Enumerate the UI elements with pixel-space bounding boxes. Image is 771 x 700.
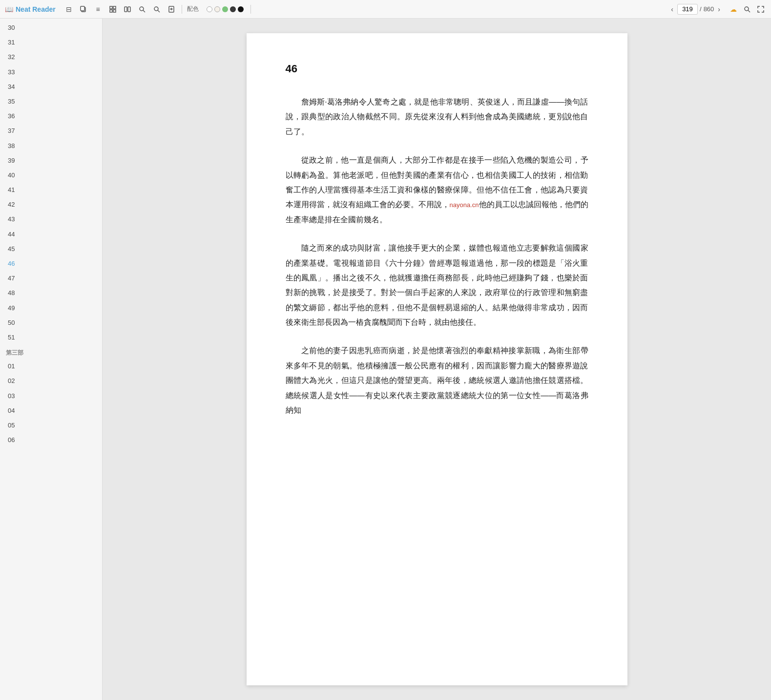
color-label: 配色 — [187, 5, 199, 13]
sidebar-item-43[interactable]: 43 — [0, 212, 102, 227]
sidebar-item-32[interactable]: 32 — [0, 50, 102, 64]
grid-icon[interactable] — [107, 4, 118, 15]
sidebar-item-s05[interactable]: 05 — [0, 418, 102, 433]
sidebar-item-33[interactable]: 33 — [0, 65, 102, 80]
sidebar-item-45[interactable]: 45 — [0, 242, 102, 256]
section-header: 第三部 — [0, 345, 102, 359]
svg-point-10 — [154, 7, 158, 11]
paragraph-1: 詹姆斯·葛洛弗納令人驚奇之處，就是他非常聰明、英俊迷人，而且謙虛——換句話說，跟… — [286, 95, 588, 139]
sidebar-item-30[interactable]: 30 — [0, 21, 102, 35]
layout-icon[interactable] — [122, 4, 133, 15]
svg-rect-5 — [113, 10, 116, 12]
svg-rect-6 — [125, 7, 127, 12]
reading-area[interactable]: 46 詹姆斯·葛洛弗納令人驚奇之處，就是他非常聰明、英俊迷人，而且謙虛——換句話… — [103, 19, 771, 700]
separator-2 — [250, 5, 251, 14]
sidebar-item-31[interactable]: 31 — [0, 35, 102, 50]
paragraph-2: 從政之前，他一直是個商人，大部分工作都是在接手一些陷入危機的製造公司，予以轉虧為… — [286, 153, 588, 227]
page-next-button[interactable]: › — [716, 4, 722, 14]
sidebar-item-34[interactable]: 34 — [0, 80, 102, 94]
svg-rect-3 — [113, 6, 116, 9]
color-cream[interactable] — [214, 6, 220, 12]
page-total: 860 — [704, 5, 714, 13]
page-navigation: ‹ / 860 › — [669, 4, 722, 15]
search-icon-large[interactable] — [151, 4, 162, 15]
page-content: 46 詹姆斯·葛洛弗納令人驚奇之處，就是他非常聰明、英俊迷人，而且謙虛——換句話… — [247, 33, 627, 685]
sidebar-item-47[interactable]: 47 — [0, 271, 102, 286]
page-heading: 46 — [286, 63, 588, 75]
paragraph-3: 隨之而來的成功與財富，讓他接手更大的企業，媒體也報道他立志要解救這個國家的產業基… — [286, 241, 588, 330]
add-bookmark-icon[interactable] — [166, 4, 177, 15]
separator-1 — [182, 5, 182, 14]
svg-rect-7 — [128, 7, 130, 12]
app-logo-icon: 📖 — [5, 5, 13, 13]
sidebar-item-36[interactable]: 36 — [0, 109, 102, 124]
search-icon-right[interactable] — [742, 4, 752, 15]
svg-point-15 — [745, 7, 749, 11]
sidebar-item-40[interactable]: 40 — [0, 168, 102, 183]
sidebar-item-35[interactable]: 35 — [0, 94, 102, 109]
page-number-input[interactable] — [677, 4, 698, 15]
menu-icon[interactable]: ≡ — [93, 4, 104, 15]
sidebar-item-44[interactable]: 44 — [0, 227, 102, 242]
app-brand: 📖 Neat Reader — [5, 5, 56, 13]
copy-icon[interactable] — [78, 4, 89, 15]
paragraph-4: 之前他的妻子因患乳癌而病逝，於是他懷著強烈的奉獻精神接掌新職，為衛生部帶來多年不… — [286, 343, 588, 418]
sidebar-item-42[interactable]: 42 — [0, 197, 102, 212]
sidebar-item-s03[interactable]: 03 — [0, 389, 102, 403]
toolbar-right: ☁ — [728, 4, 766, 15]
toolbar: 📖 Neat Reader ⊟ ≡ — [0, 0, 771, 19]
fullscreen-icon[interactable] — [755, 4, 766, 15]
color-palette — [207, 6, 244, 12]
sidebar-item-39[interactable]: 39 — [0, 153, 102, 168]
sidebar-item-37[interactable]: 37 — [0, 124, 102, 138]
sidebar-item-38[interactable]: 38 — [0, 139, 102, 153]
main-content: 3031323334353637383940414243444546474849… — [0, 19, 771, 700]
search-icon-small[interactable] — [137, 4, 147, 15]
sidebar-item-s01[interactable]: 01 — [0, 359, 102, 374]
color-green[interactable] — [222, 6, 228, 12]
sidebar-item-41[interactable]: 41 — [0, 183, 102, 197]
sidebar-item-49[interactable]: 49 — [0, 301, 102, 316]
sidebar-item-s06[interactable]: 06 — [0, 433, 102, 447]
svg-line-11 — [158, 10, 160, 12]
svg-line-16 — [748, 10, 750, 12]
watermark: nayona.cn — [450, 201, 479, 209]
page-prev-button[interactable]: ‹ — [669, 4, 675, 14]
color-white[interactable] — [207, 6, 212, 12]
sidebar-item-50[interactable]: 50 — [0, 316, 102, 330]
svg-line-9 — [143, 10, 145, 12]
sidebar-item-s02[interactable]: 02 — [0, 374, 102, 388]
svg-point-8 — [140, 7, 144, 11]
color-dark[interactable] — [230, 6, 236, 12]
app-title: Neat Reader — [16, 5, 56, 13]
sidebar-item-48[interactable]: 48 — [0, 286, 102, 300]
page-total-sep: / — [700, 5, 702, 13]
sidebar-item-51[interactable]: 51 — [0, 330, 102, 345]
color-black[interactable] — [238, 6, 244, 12]
sidebar-item-s04[interactable]: 04 — [0, 403, 102, 418]
bookmark-icon[interactable]: ⊟ — [63, 4, 74, 15]
svg-rect-2 — [110, 6, 112, 9]
svg-rect-1 — [81, 6, 84, 11]
sidebar: 3031323334353637383940414243444546474849… — [0, 19, 103, 700]
sidebar-item-46[interactable]: 46 — [0, 256, 102, 271]
svg-rect-4 — [110, 10, 112, 12]
cloud-icon[interactable]: ☁ — [728, 4, 739, 15]
